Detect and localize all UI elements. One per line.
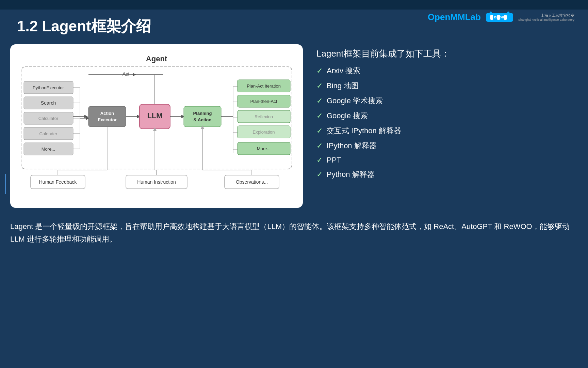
list-item: ✓交互式 IPython 解释器 [316, 126, 578, 136]
svg-text:Calculator: Calculator [38, 116, 59, 121]
check-icon: ✓ [316, 170, 323, 179]
svg-text:Human Instruction: Human Instruction [137, 179, 176, 185]
svg-text:LLM: LLM [147, 111, 162, 120]
bottom-text: Lagent 是一个轻量级的开源框架，旨在帮助用户高效地构建基于大语言模型（LL… [10, 220, 578, 246]
svg-text:Reflexion: Reflexion [255, 114, 273, 119]
list-item-text: Arxiv 搜索 [327, 66, 360, 76]
svg-text:Action: Action [100, 111, 114, 116]
svg-text:Plan-then-Act: Plan-then-Act [250, 99, 277, 104]
list-item-text: Google 学术搜索 [327, 96, 383, 106]
list-item-text: Google 搜索 [327, 111, 368, 121]
list-item-text: Bing 地图 [327, 81, 359, 91]
list-item: ✓PPT [316, 156, 578, 165]
svg-text:Human Feedback: Human Feedback [39, 179, 77, 185]
svg-text:Plan-Act Iteration: Plan-Act Iteration [247, 83, 281, 89]
list-item: ✓Python 解释器 [316, 169, 578, 180]
shanghai-lab-text: 上海人工智能实验室 Shanghai Artificial Intelligen… [518, 13, 574, 21]
list-item-text: 交互式 IPython 解释器 [327, 126, 401, 136]
svg-text:Exploration: Exploration [252, 129, 275, 135]
svg-text:Search: Search [41, 100, 56, 106]
right-list: Lagent框架目前集成了如下工具： ✓Arxiv 搜索✓Bing 地图✓Goo… [316, 44, 578, 184]
list-item-text: PPT [327, 156, 341, 165]
check-icon: ✓ [316, 96, 323, 105]
svg-text:More...: More... [42, 147, 55, 152]
check-icon: ✓ [316, 81, 323, 90]
check-icon: ✓ [316, 66, 323, 75]
svg-text:PythonExecutor: PythonExecutor [33, 85, 64, 90]
shanghai-en: Shanghai Artificial Intelligence Laborat… [518, 18, 574, 21]
content-area: Agent Act PythonExecutor Search [10, 44, 578, 361]
svg-text:Act: Act [122, 71, 129, 77]
svg-rect-40 [184, 106, 221, 127]
list-item: ✓IPython 解释器 [316, 141, 578, 151]
shanghai-cn: 上海人工智能实验室 [518, 13, 574, 18]
svg-text:bilibili: bilibili [494, 15, 505, 19]
right-list-title: Lagent框架目前集成了如下工具： [316, 48, 578, 60]
agent-label: Agent [20, 55, 293, 63]
logo-area: OpenMMLab bilibili 上海人工智能实验室 Shanghai Ar… [428, 10, 574, 24]
check-icon: ✓ [316, 111, 323, 120]
list-item: ✓Google 学术搜索 [316, 96, 578, 106]
svg-text:Observations...: Observations... [236, 179, 268, 185]
diagram-container: Agent Act PythonExecutor Search [10, 44, 303, 208]
left-edge-line [5, 174, 6, 194]
svg-text:& Action: & Action [194, 117, 212, 122]
svg-marker-10 [133, 73, 136, 76]
list-item: ✓Bing 地图 [316, 81, 578, 91]
list-item-text: Python 解释器 [327, 169, 375, 180]
svg-text:More...: More... [257, 146, 271, 151]
bilibili-icon: bilibili [484, 10, 515, 24]
upper-section: Agent Act PythonExecutor Search [10, 44, 578, 208]
svg-text:Executor: Executor [98, 117, 117, 122]
list-item: ✓Google 搜索 [316, 111, 578, 121]
list-item-text: IPython 解释器 [327, 141, 377, 151]
svg-text:Planning: Planning [193, 111, 212, 116]
diagram-svg: Act PythonExecutor Search Calculator Cal… [20, 66, 293, 192]
page-title: 1.2 Lagent框架介绍 [17, 16, 151, 36]
check-icon: ✓ [316, 141, 323, 150]
svg-rect-31 [88, 106, 126, 127]
check-icon: ✓ [316, 156, 323, 165]
list-item: ✓Arxiv 搜索 [316, 66, 578, 76]
openmmlab-text: OpenMMLab [428, 12, 481, 22]
svg-text:Calender: Calender [39, 131, 58, 136]
check-icon: ✓ [316, 126, 323, 135]
top-bar [0, 0, 588, 10]
svg-rect-1 [490, 15, 493, 20]
openmmlab-logo: OpenMMLab [428, 12, 481, 22]
list-items: ✓Arxiv 搜索✓Bing 地图✓Google 学术搜索✓Google 搜索✓… [316, 66, 578, 180]
